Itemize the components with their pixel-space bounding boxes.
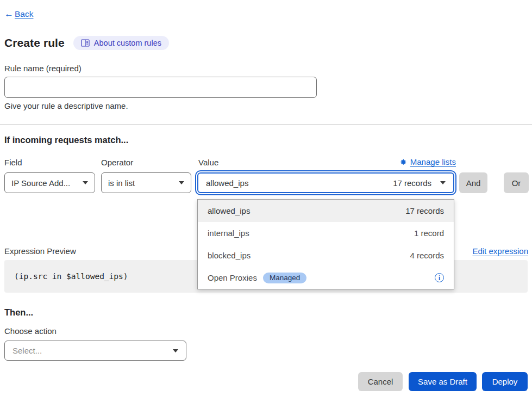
value-select[interactable]: allowed_ips 17 records (197, 172, 454, 193)
save-as-draft-button[interactable]: Save as Draft (409, 372, 477, 391)
field-select[interactable]: IP Source Add... (4, 172, 95, 193)
then-section-heading: Then... (4, 307, 33, 318)
chevron-down-icon (440, 181, 446, 184)
list-name: allowed_ips (208, 206, 250, 215)
action-select-placeholder: Select... (12, 346, 42, 355)
manage-lists-label: Manage lists (410, 157, 456, 166)
dropdown-option-open-proxies[interactable]: Open Proxies Managed i (198, 267, 454, 289)
value-dropdown-menu: allowed_ips 17 records internal_ips 1 re… (197, 199, 454, 289)
chevron-down-icon (179, 181, 184, 184)
operator-select-value: is in list (108, 178, 135, 188)
field-select-value: IP Source Add... (11, 178, 70, 188)
rule-name-helper-text: Give your rule a descriptive name. (4, 101, 128, 110)
edit-expression-link[interactable]: Edit expression (472, 246, 528, 256)
back-link[interactable]: ← Back (4, 9, 33, 20)
chevron-down-icon (83, 181, 88, 184)
manage-lists-link[interactable]: Manage lists (399, 157, 456, 166)
about-custom-rules-label: About custom rules (94, 39, 161, 47)
deploy-button[interactable]: Deploy (482, 372, 528, 391)
back-link-label: Back (15, 9, 33, 19)
section-divider (0, 124, 532, 125)
operator-select[interactable]: is in list (101, 172, 191, 193)
value-select-value: allowed_ips (206, 178, 248, 188)
expression-preview-label: Expression Preview (4, 246, 76, 256)
operator-column-label: Operator (101, 158, 133, 167)
field-column-label: Field (4, 158, 22, 167)
rule-name-label: Rule name (required) (4, 64, 82, 73)
gear-icon (399, 158, 407, 166)
dropdown-option-allowed-ips[interactable]: allowed_ips 17 records (198, 200, 454, 222)
list-records-count: 1 record (414, 228, 444, 238)
value-select-records-count: 17 records (393, 178, 431, 188)
and-button[interactable]: And (459, 172, 487, 193)
choose-action-label: Choose action (4, 326, 57, 336)
or-button[interactable]: Or (504, 172, 529, 193)
list-records-count: 4 records (410, 251, 444, 260)
cancel-button[interactable]: Cancel (358, 372, 403, 391)
list-records-count: 17 records (405, 206, 444, 215)
match-section-heading: If incoming requests match... (4, 135, 128, 145)
book-icon (81, 39, 90, 47)
about-custom-rules-link[interactable]: About custom rules (73, 36, 169, 50)
value-column-label: Value (198, 158, 218, 167)
info-icon[interactable]: i (435, 273, 444, 282)
list-name: internal_ips (208, 228, 249, 238)
managed-badge: Managed (263, 273, 306, 283)
rule-name-input[interactable] (4, 77, 317, 98)
title-row: Create rule About custom rules (4, 36, 169, 50)
chevron-down-icon (173, 349, 178, 352)
list-name: Open Proxies (208, 273, 257, 282)
list-name: blocked_ips (208, 251, 251, 260)
page-title: Create rule (4, 36, 65, 50)
back-arrow-icon: ← (4, 9, 14, 20)
dropdown-option-internal-ips[interactable]: internal_ips 1 record (198, 222, 454, 244)
expression-code: (ip.src in $allowed_ips) (14, 272, 128, 281)
action-select[interactable]: Select... (4, 341, 186, 361)
dropdown-option-blocked-ips[interactable]: blocked_ips 4 records (198, 244, 454, 267)
create-rule-page: ← Back Create rule About custom rules Ru… (0, 0, 532, 402)
